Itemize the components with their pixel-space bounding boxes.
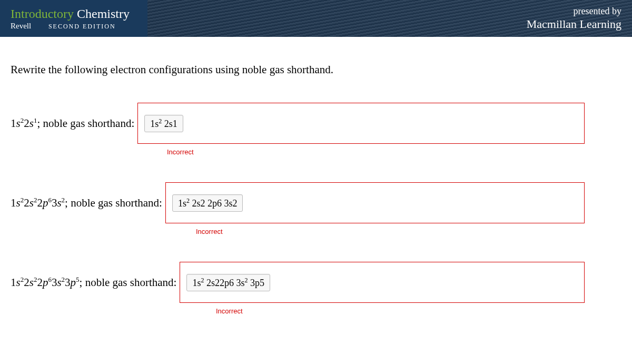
prompt-suffix: ; noble gas shorthand: (65, 196, 162, 209)
electron-config: 1s22s1 (11, 117, 37, 130)
electron-config: 1s22s22p63s2 (11, 196, 65, 209)
course-author: Revell (11, 22, 31, 30)
question-prompt: 1s22s22p63s23p5; noble gas shorthand: (11, 276, 180, 289)
electron-config: 1s22s22p63s23p5 (11, 276, 80, 289)
answer-container: 1s2 2s1 (137, 103, 585, 144)
course-edition: SECOND EDITION (48, 23, 116, 30)
answer-input[interactable]: 1s2 2s22p6 3s2 3p5 (186, 274, 270, 291)
course-title-block: Introductory Chemistry Revell SECOND EDI… (11, 6, 130, 31)
question-instruction: Rewrite the following electron configura… (11, 63, 621, 76)
question-item: 1s22s1; noble gas shorthand: 1s2 2s1 Inc… (11, 103, 621, 156)
presented-by-label: presented by (527, 6, 621, 17)
feedback-label: Incorrect (167, 148, 621, 156)
publisher-block: presented by Macmillan Learning (527, 6, 621, 31)
question-prompt: 1s22s1; noble gas shorthand: (11, 116, 137, 130)
prompt-suffix: ; noble gas shorthand: (80, 276, 177, 289)
publisher-name: Macmillan Learning (527, 17, 621, 31)
course-title-part2: Chemistry (77, 7, 130, 21)
feedback-label: Incorrect (216, 307, 621, 315)
answer-container: 1s2 2s2 2p6 3s2 (165, 182, 585, 223)
answer-input[interactable]: 1s2 2s1 (144, 115, 183, 132)
course-banner: Introductory Chemistry Revell SECOND EDI… (0, 0, 632, 37)
answer-container: 1s2 2s22p6 3s2 3p5 (180, 262, 585, 303)
feedback-label: Incorrect (196, 228, 621, 235)
course-title-part1: Introductory (11, 7, 74, 21)
prompt-suffix: ; noble gas shorthand: (37, 117, 134, 130)
question-prompt: 1s22s22p63s2; noble gas shorthand: (11, 196, 165, 210)
question-item: 1s22s22p63s2; noble gas shorthand: 1s2 2… (11, 182, 621, 235)
answer-input[interactable]: 1s2 2s2 2p6 3s2 (172, 194, 243, 212)
question-item: 1s22s22p63s23p5; noble gas shorthand: 1s… (11, 262, 621, 315)
